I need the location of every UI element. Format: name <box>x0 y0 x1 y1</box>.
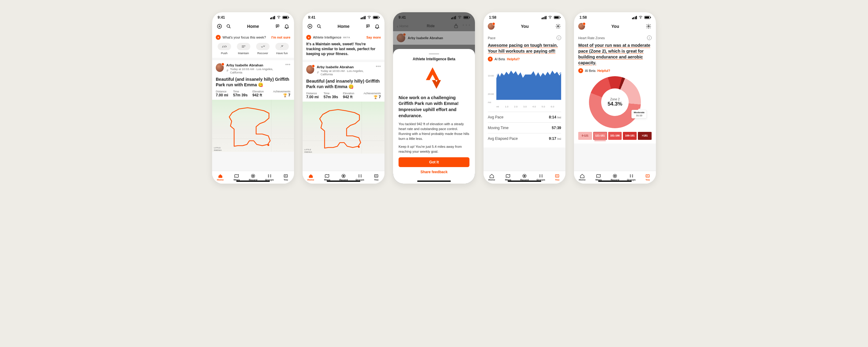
share-feedback-button[interactable]: Share feedback <box>399 170 469 174</box>
tab-home[interactable]: Home <box>303 171 319 183</box>
zone-4-button[interactable]: 166-181 <box>623 132 637 140</box>
got-it-button[interactable]: Got It <box>399 157 469 167</box>
sheet-grabber[interactable] <box>429 53 439 55</box>
status-bar: 9:41 <box>303 12 384 21</box>
activity-overflow-icon[interactable]: ••• <box>285 63 290 66</box>
ai-bolt-icon <box>306 35 311 40</box>
status-bar: 1:58 <box>574 12 656 21</box>
chip-push[interactable]: Push <box>216 43 232 55</box>
tab-you[interactable]: You <box>368 171 384 183</box>
zone-1-button[interactable]: 0-121 <box>578 132 592 140</box>
svg-point-28 <box>524 175 525 177</box>
page-title: Home <box>247 24 259 29</box>
tab-you[interactable]: You <box>549 171 565 183</box>
svg-point-36 <box>614 175 616 177</box>
pace-insight: Awesome pacing on tough terrain. Your hi… <box>488 42 561 54</box>
tab-home[interactable]: Home <box>484 171 500 183</box>
svg-point-13 <box>317 25 320 27</box>
svg-point-32 <box>541 176 542 177</box>
bell-icon[interactable] <box>374 23 380 29</box>
athlete-avatar[interactable] <box>306 65 314 74</box>
tab-home[interactable]: Home <box>574 171 590 183</box>
svg-point-31 <box>539 176 540 177</box>
you-top-nav: You <box>484 21 565 32</box>
activity-meta: Today at 10:03 AM · Los Angeles, Califor… <box>226 67 283 74</box>
svg-point-38 <box>632 174 633 176</box>
svg-point-34 <box>648 26 649 27</box>
messages-icon[interactable] <box>365 23 371 29</box>
svg-point-29 <box>539 174 540 176</box>
activity-overflow-icon[interactable]: ••• <box>376 65 381 68</box>
athlete-name[interactable]: Arby Isabelle Abrahan <box>226 63 283 67</box>
profile-avatar[interactable] <box>578 23 585 30</box>
svg-point-17 <box>358 174 360 176</box>
info-icon[interactable] <box>647 35 652 40</box>
svg-point-4 <box>268 144 269 146</box>
home-indicator <box>236 180 270 182</box>
phone-ai-sheet: 9:41 ‹ Home Ride ∘∘∘ Arby Isabelle Abrah… <box>393 12 475 183</box>
phone-home-ai-summary: 9:41 Home Athlete Intelligence BETA Say … <box>303 12 384 183</box>
search-icon[interactable] <box>316 23 322 29</box>
svg-point-16 <box>343 175 344 177</box>
zone-5-button[interactable]: >181 <box>638 132 652 140</box>
battery-icon <box>373 16 379 19</box>
phone-home-focus: 9:41 Home What's your focus this week? I… <box>212 12 294 183</box>
row-moving-time: Moving Time57:39 <box>488 122 561 133</box>
add-icon[interactable] <box>307 23 313 29</box>
donut-tooltip: Moderate31:10 <box>631 110 647 118</box>
home-indicator <box>327 180 360 182</box>
svg-point-8 <box>270 174 271 176</box>
svg-point-14 <box>358 146 360 148</box>
svg-point-10 <box>270 176 271 177</box>
zone-3-button[interactable]: 151-166 <box>608 132 622 140</box>
hr-zones-section: Heart Rate Zones Most of your run was at… <box>574 32 656 144</box>
athlete-avatar[interactable] <box>216 63 224 72</box>
trophy-icon: 🏆 <box>283 93 287 97</box>
zone-2-button[interactable]: 121-151 <box>593 132 607 140</box>
hr-donut-chart[interactable]: Zone 254.3% Moderate31:10 <box>578 76 652 128</box>
settings-icon[interactable] <box>555 23 561 29</box>
say-more-link[interactable]: Say more <box>367 35 381 39</box>
tab-you[interactable]: You <box>640 171 656 183</box>
page-title: You <box>611 24 619 29</box>
status-bar: 1:58 <box>484 12 565 21</box>
search-icon[interactable] <box>225 23 232 29</box>
page-title: Home <box>338 24 350 29</box>
chip-maintain[interactable]: Maintain <box>235 43 252 55</box>
helpful-link[interactable]: Helpful? <box>507 57 520 61</box>
svg-point-2 <box>283 45 283 46</box>
pace-chart[interactable]: 10:00 20:00 /mi mi1.02.03.04.05.06.0 <box>488 64 561 107</box>
tab-you[interactable]: You <box>278 171 294 183</box>
helpful-link[interactable]: Helpful? <box>597 69 610 73</box>
settings-icon[interactable] <box>646 23 652 29</box>
zone-range-buttons: 0-121 121-151 151-166 166-181 >181 <box>578 132 652 140</box>
section-title: Pace <box>488 36 495 40</box>
ai-summary-text: It's a Maintain week, sweet! You're trac… <box>306 41 381 57</box>
chip-recover[interactable]: Recover <box>254 43 271 55</box>
svg-point-7 <box>268 174 269 176</box>
ai-bolt-icon <box>216 35 221 40</box>
sheet-body-1: You tackled 942 ft of elevation with a s… <box>399 122 469 141</box>
info-icon[interactable] <box>557 35 561 40</box>
profile-avatar[interactable] <box>488 23 495 30</box>
activity-card[interactable]: Arby Isabelle Abrahan Today at 10:03 AM … <box>303 62 384 154</box>
chip-have-fun[interactable]: Have fun <box>274 43 290 55</box>
ai-summary-card: Athlete Intelligence BETA Say more It's … <box>303 32 384 60</box>
home-indicator <box>508 180 541 182</box>
activity-map[interactable]: LITTLE RMENIA <box>303 102 384 154</box>
activity-card[interactable]: Arby Isabelle Abrahan Today at 10:03 AM … <box>212 60 294 152</box>
focus-not-sure-link[interactable]: I'm not sure <box>271 35 290 39</box>
messages-icon[interactable] <box>275 23 281 29</box>
section-title: Heart Rate Zones <box>578 36 605 40</box>
row-avg-pace: Avg Pace8:14/mi <box>488 112 561 122</box>
ai-bolt-icon <box>578 68 583 73</box>
home-top-nav: Home <box>212 21 294 32</box>
add-icon[interactable] <box>216 23 222 29</box>
ai-beta-label: AI Beta <box>585 69 595 73</box>
status-time: 1:58 <box>580 15 587 20</box>
tab-home[interactable]: Home <box>212 171 228 183</box>
phone-pace-analysis: 1:58 You Pace Awesome pacing on tough te… <box>484 12 565 183</box>
bell-icon[interactable] <box>284 23 290 29</box>
activity-map[interactable]: LITTLE RMENIA <box>212 100 294 152</box>
you-top-nav: You <box>574 21 656 32</box>
